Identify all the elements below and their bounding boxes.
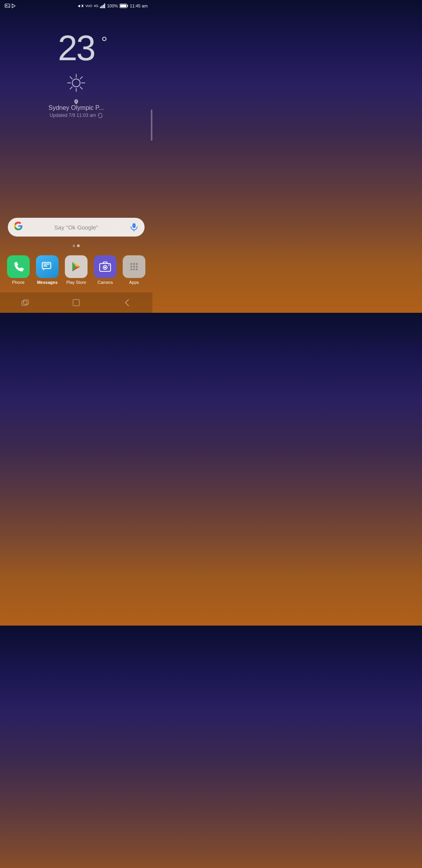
playstore-icon: [70, 260, 82, 273]
svg-rect-7: [103, 5, 104, 8]
sun-icon: [66, 73, 86, 93]
image-icon: [5, 4, 10, 8]
phone-app-icon[interactable]: [7, 255, 30, 278]
svg-line-19: [80, 77, 82, 79]
page-dot-1: [73, 245, 75, 247]
svg-point-37: [131, 263, 132, 265]
search-placeholder: Say "Ok Google": [27, 224, 126, 231]
location-icon: [74, 99, 78, 104]
svg-rect-48: [73, 299, 79, 306]
temperature-display: 23°: [58, 30, 95, 66]
camera-label: Camera: [97, 280, 113, 285]
svg-point-12: [72, 79, 80, 87]
svg-point-41: [133, 266, 135, 268]
status-bar: VoO 4G 100% 11:45 am: [0, 0, 152, 11]
apps-app-icon[interactable]: [123, 255, 145, 278]
svg-rect-5: [100, 7, 101, 8]
weather-updated: Updated 7/9 11:03 am: [50, 113, 103, 118]
status-left-icons: [5, 4, 16, 8]
google-logo: [14, 222, 23, 233]
svg-point-35: [104, 267, 106, 269]
svg-point-21: [75, 100, 77, 102]
recents-button[interactable]: [18, 297, 33, 308]
svg-line-20: [70, 87, 72, 89]
svg-rect-27: [43, 264, 50, 265]
phone-icon: [13, 261, 24, 272]
mute-icon: [78, 4, 84, 8]
microphone-icon[interactable]: [130, 223, 138, 231]
search-bar[interactable]: Say "Ok Google": [8, 218, 145, 237]
svg-line-18: [80, 87, 82, 89]
dock-item-playstore[interactable]: Play Store: [63, 255, 89, 285]
home-button[interactable]: [68, 297, 84, 308]
camera-icon: [99, 261, 111, 272]
battery-icon: [120, 4, 128, 8]
network-type: 4G: [94, 4, 98, 8]
svg-rect-46: [22, 301, 27, 305]
page-dot-camera: [77, 244, 80, 247]
scroll-hint: [151, 109, 152, 141]
playstore-app-icon[interactable]: [65, 255, 88, 278]
playstore-label: Play Store: [66, 280, 86, 285]
svg-point-42: [136, 266, 138, 268]
back-button[interactable]: [119, 297, 135, 308]
dock-item-apps[interactable]: Apps: [121, 255, 147, 285]
search-bar-container[interactable]: Say "Ok Google": [8, 218, 145, 237]
status-right-icons: VoO 4G 100% 11:45 am: [78, 4, 148, 8]
dock-item-messages[interactable]: Messages: [34, 255, 61, 285]
svg-point-39: [136, 263, 138, 265]
home-icon: [72, 299, 80, 307]
camera-app-icon[interactable]: [94, 255, 116, 278]
navigation-bar: [0, 292, 152, 313]
messages-icon: [41, 261, 53, 273]
svg-rect-8: [104, 4, 105, 8]
location-name: Sydney Olympic P...: [48, 104, 104, 111]
carrier-text: VoO: [85, 4, 92, 8]
svg-rect-11: [120, 5, 127, 7]
svg-point-43: [131, 269, 132, 271]
time-display: 11:45 am: [130, 4, 148, 8]
phone-label: Phone: [12, 280, 25, 285]
location-pin: [74, 99, 78, 104]
svg-rect-24: [132, 223, 136, 228]
svg-point-40: [131, 266, 132, 268]
apps-label: Apps: [129, 280, 139, 285]
svg-point-44: [133, 269, 135, 271]
svg-point-45: [136, 269, 138, 271]
svg-point-36: [109, 265, 110, 266]
refresh-icon: [98, 113, 103, 118]
apps-icon: [128, 261, 140, 273]
svg-rect-10: [127, 5, 128, 7]
battery-percent: 100%: [107, 4, 118, 8]
signal-icon: [100, 4, 106, 8]
back-icon: [124, 299, 130, 307]
dock-item-phone[interactable]: Phone: [5, 255, 32, 285]
app-dock: Phone Messages Play Store: [0, 251, 152, 289]
svg-marker-2: [12, 4, 15, 8]
messages-label: Messages: [37, 280, 58, 285]
svg-line-17: [70, 77, 72, 79]
weather-widget: 23° Sydney Olympic P... Updated 7/9 11:0…: [0, 30, 152, 118]
svg-rect-28: [43, 265, 47, 267]
svg-rect-6: [101, 6, 102, 9]
dock-item-camera[interactable]: Camera: [92, 255, 118, 285]
messages-app-icon[interactable]: [36, 255, 59, 278]
play-icon: [12, 4, 16, 8]
recents-icon: [21, 299, 29, 306]
page-dots-indicator: [73, 244, 80, 247]
svg-rect-47: [23, 300, 29, 304]
svg-point-38: [133, 263, 135, 265]
